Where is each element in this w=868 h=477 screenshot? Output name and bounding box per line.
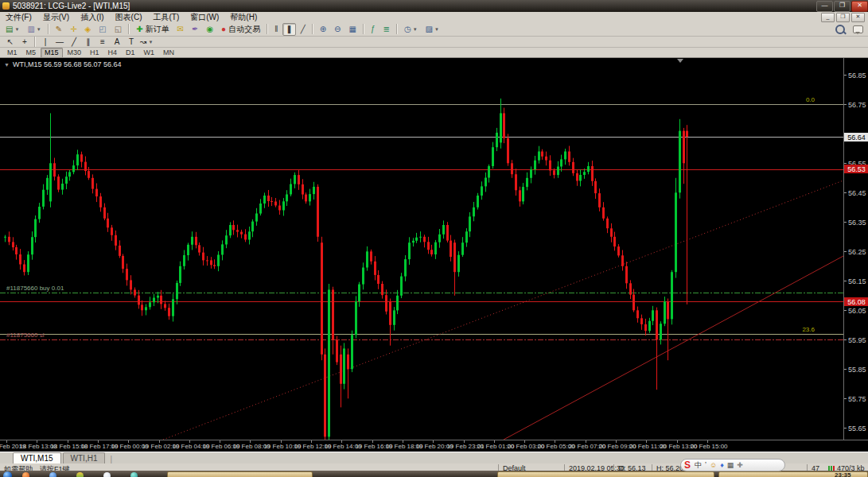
text-label-button[interactable]: T (125, 37, 138, 48)
menu-item-5[interactable]: 窗口(W) (185, 12, 224, 23)
new-chart-dropdown-icon[interactable]: ▼ (14, 27, 19, 32)
media-icon[interactable] (76, 472, 84, 477)
text-button[interactable]: A (111, 37, 123, 48)
close-button[interactable]: ✕ (851, 1, 868, 12)
profiles-button[interactable]: ▥▼ (24, 23, 44, 36)
candlestick-chart[interactable] (0, 58, 843, 440)
price-tick-mark (844, 163, 847, 164)
menu-item-6[interactable]: 帮助(H) (224, 12, 263, 23)
strategy-tester-button[interactable]: ◱ (111, 23, 125, 36)
ime-tool-icon-2[interactable]: ☺ (710, 462, 717, 469)
templates-button[interactable]: ▨▼ (422, 23, 442, 36)
taskbar-clock[interactable]: 23:35 (835, 471, 850, 477)
ime-tool-icon-3[interactable]: ♦ (720, 462, 724, 469)
chat-icon[interactable] (853, 25, 863, 33)
time-axis[interactable]: 18 Feb 201918 Feb 13:0018 Feb 15:0018 Fe… (0, 440, 868, 452)
shapes-dropdown-icon[interactable]: ▼ (148, 40, 153, 45)
child-minimize-button[interactable]: _ (821, 13, 835, 22)
status-profile[interactable]: Default (498, 464, 526, 471)
navigator-button[interactable]: ◈ (82, 23, 95, 36)
candle-body (652, 310, 654, 320)
ime-logo-icon[interactable]: S (684, 460, 691, 471)
start-button[interactable] (3, 471, 12, 477)
cursor-button[interactable]: ↖ (4, 37, 17, 48)
data-window-button[interactable]: ✛ (67, 23, 80, 36)
title-bar[interactable]: 5038921: LCG-Live2 - [WTI,M15] — ❐ ✕ (0, 0, 868, 12)
timeframe-m1[interactable]: M1 (3, 48, 21, 58)
timeframe-mn[interactable]: MN (159, 48, 178, 58)
market-watch-button[interactable]: ✎ (53, 23, 65, 36)
candle-body (244, 235, 247, 240)
minimize-button[interactable]: — (816, 1, 833, 12)
chart-candles-button[interactable]: ❚ (282, 23, 295, 36)
menu-item-1[interactable]: 显示(V) (37, 12, 75, 23)
price-axis[interactable]: 56.8556.7556.5556.4556.3556.2556.1556.05… (843, 58, 868, 440)
indicators-list-button[interactable]: ≣ (380, 23, 393, 36)
ime-tool-icon-5[interactable]: ✚ (737, 462, 743, 469)
trendline-button[interactable]: ╱ (68, 37, 80, 48)
candle-body (358, 285, 360, 302)
timeframe-m30[interactable]: M30 (64, 48, 86, 58)
indicators-button[interactable]: ƒ (368, 23, 379, 36)
periods-dropdown-icon[interactable]: ▼ (413, 27, 418, 32)
zoom-out-button[interactable]: ⊖ (331, 23, 344, 36)
candle-body (255, 214, 258, 222)
templates-dropdown-icon[interactable]: ▼ (434, 27, 439, 32)
candle-body (408, 242, 411, 259)
price-tick-mark (844, 369, 847, 370)
trendline-solid[interactable] (504, 256, 843, 440)
browser-icon[interactable] (22, 472, 29, 477)
signals-button[interactable]: ◉ (203, 23, 216, 36)
menu-item-3[interactable]: 图表(C) (110, 12, 148, 23)
terminal-button[interactable]: ◰ (95, 23, 109, 36)
timeframe-w1[interactable]: W1 (140, 48, 159, 58)
child-close-button[interactable]: ✕ (851, 13, 865, 22)
explorer-icon[interactable] (49, 472, 56, 477)
metaquotes-community-button[interactable]: ✉ (174, 23, 187, 36)
timeframe-d1[interactable]: D1 (122, 48, 139, 58)
chart-tab-wti-m15[interactable]: WTI,M15 (13, 452, 61, 463)
new-chart-button[interactable]: ▤▼ (2, 23, 22, 36)
chart-line-button[interactable]: ╱ (298, 23, 309, 36)
timeframe-m15[interactable]: M15 (41, 48, 63, 58)
menu-item-2[interactable]: 插入(I) (75, 12, 109, 23)
office-icon[interactable] (103, 472, 111, 477)
strategy-tester-icon: ◱ (115, 25, 122, 33)
metaeditor-button[interactable]: ✒ (189, 23, 201, 36)
support-line-price-box: 56.08 (844, 297, 868, 306)
profiles-dropdown-icon[interactable]: ▼ (37, 27, 41, 32)
chart-bars-button[interactable]: ‖ (271, 23, 281, 36)
crosshair-button[interactable]: + (18, 37, 31, 48)
ime-tool-icon-1[interactable]: ʼ (705, 462, 706, 469)
trendline-dotted[interactable] (163, 180, 843, 440)
vertical-line-button[interactable]: | (39, 37, 52, 48)
shapes-button[interactable]: ↝▼ (139, 37, 154, 48)
timeframe-h1[interactable]: H1 (86, 48, 103, 58)
zoom-in-button[interactable]: ⊕ (317, 23, 329, 36)
periods-button[interactable]: ◷▼ (401, 23, 421, 36)
child-restore-button[interactable]: ❐ (836, 13, 850, 22)
timeframe-m5[interactable]: M5 (22, 48, 41, 58)
search-icon[interactable] (835, 25, 845, 34)
chrome-icon[interactable] (130, 472, 138, 477)
maximize-button[interactable]: ❐ (834, 1, 850, 12)
ime-tool-icon-4[interactable]: ▦ (727, 462, 734, 469)
chart-shift-marker-icon[interactable] (677, 59, 683, 66)
collapse-icon[interactable]: ▼ (4, 62, 10, 68)
new-order-button[interactable]: ✚新订单 (133, 23, 172, 36)
fibonacci-retracement-button[interactable]: ≡ (96, 37, 109, 48)
chart-tab-wti-h1[interactable]: WTI,H1 (63, 452, 106, 463)
candle-body (511, 163, 513, 174)
ime-tool-icon-0[interactable]: 中 (695, 462, 702, 469)
horizontal-line-button[interactable]: — (53, 37, 66, 48)
taskbar-app-button[interactable] (497, 471, 714, 477)
menu-item-4[interactable]: 工具(T) (147, 12, 185, 23)
menu-item-0[interactable]: 文件(F) (0, 12, 37, 23)
taskbar-app-button[interactable] (167, 471, 313, 477)
candle-body (91, 178, 94, 189)
candle-body (351, 335, 353, 369)
autotrading-button[interactable]: ●自动交易 (218, 23, 263, 36)
tile-windows-button[interactable]: ▦ (346, 23, 360, 36)
timeframe-h4[interactable]: H4 (104, 48, 122, 58)
equidistant-channel-button[interactable]: ∥ (82, 37, 95, 48)
